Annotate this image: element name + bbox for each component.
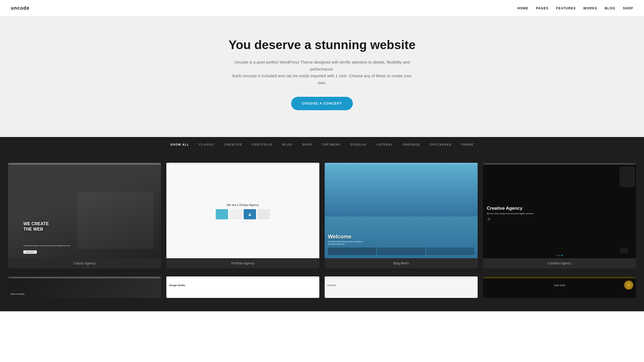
filter-blog[interactable]: BLOG: [282, 143, 292, 146]
nav-item-works[interactable]: WORKS: [583, 6, 597, 10]
grid-item-creative-agency[interactable]: Creative Agency We love clean design and…: [483, 163, 636, 268]
filter-lateral[interactable]: LATERAL: [377, 143, 393, 146]
grid-row-2: Dark Creative Design Studio: [8, 276, 636, 298]
grid-item-creative-agency-label: Creative Agency: [483, 258, 636, 268]
nav-item-features[interactable]: FEATURES: [556, 6, 576, 10]
filter-frame[interactable]: FRAME: [461, 143, 474, 146]
grid-item-white-design[interactable]: Design Studio: [166, 276, 319, 298]
grid-item-dark-gold[interactable]: Dark Gold: [483, 276, 636, 298]
grid-item-dark-hero[interactable]: Dark Creative: [8, 276, 161, 298]
nav-links: HOME PAGES FEATURES WORKS BLOG SHOP: [517, 6, 633, 10]
filter-overlay[interactable]: OVERLAY: [350, 143, 367, 146]
grid-row-1: WE CREATETHE WEB An awarded agency creat…: [8, 163, 636, 268]
choose-concept-button[interactable]: CHOOSE A CONCEPT: [291, 97, 353, 110]
grid-item-blog-metro[interactable]: Welcome The fastest theme demonstration …: [325, 163, 478, 268]
grid-item-portfolio-agency[interactable]: We are a Design Agency: [166, 163, 319, 268]
filter-top-menu[interactable]: TOP MENU: [322, 143, 341, 146]
filter-bar: SHOW ALL CLASSIC CREATIVE PORTFOLIO BLOG…: [0, 137, 644, 152]
filter-portfolio[interactable]: PORTFOLIO: [252, 143, 273, 146]
filter-classic[interactable]: CLASSIC: [199, 143, 215, 146]
grid-item-classic-agency[interactable]: WE CREATETHE WEB An awarded agency creat…: [8, 163, 161, 268]
nav-item-pages[interactable]: PAGES: [536, 6, 548, 10]
filter-offcanvas[interactable]: OFFCANVAS: [430, 143, 451, 146]
hero-description: Uncode is a pixel perfect WordPress Them…: [231, 59, 413, 86]
filter-creative[interactable]: CREATIVE: [224, 143, 242, 146]
nav-item-blog[interactable]: BLOG: [605, 6, 615, 10]
grid-item-blog-metro-label: Blog Metro: [325, 258, 478, 268]
grid-item-minimal-white[interactable]: Minimal: [325, 276, 478, 298]
nav-item-home[interactable]: HOME: [517, 6, 528, 10]
filter-onepage[interactable]: ONEPAGE: [403, 143, 420, 146]
svg-marker-0: [248, 213, 251, 216]
nav-item-shop[interactable]: SHOP: [623, 6, 633, 10]
navbar: uncode HOME PAGES FEATURES WORKS BLOG SH…: [0, 0, 644, 16]
grid-item-portfolio-agency-label: Portfolio Agency: [166, 258, 319, 268]
hero-section: You deserve a stunning website Uncode is…: [0, 16, 644, 137]
site-logo[interactable]: uncode: [11, 5, 30, 11]
grid-item-classic-agency-label: Classic Agency: [8, 258, 161, 268]
hero-title: You deserve a stunning website: [11, 38, 633, 52]
grid-section: WE CREATETHE WEB An awarded agency creat…: [0, 152, 644, 311]
filter-shop[interactable]: SHOP: [302, 143, 312, 146]
filter-show-all[interactable]: SHOW ALL: [170, 143, 189, 146]
